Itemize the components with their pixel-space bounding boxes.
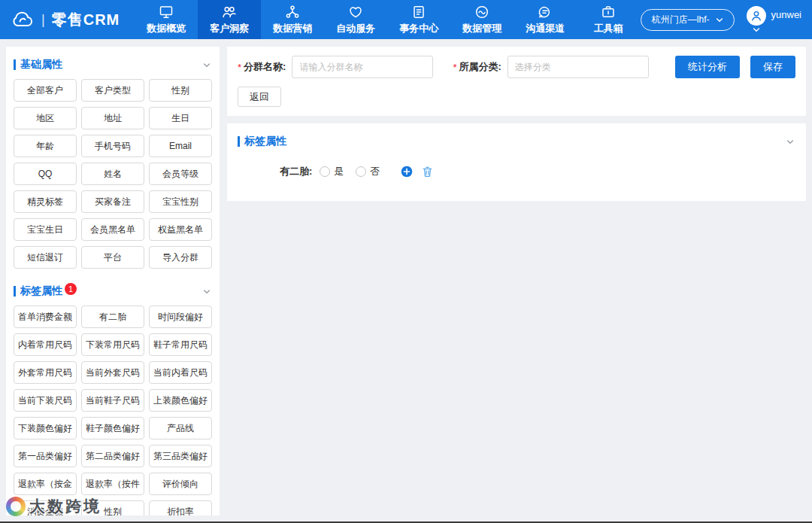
radio-yes-label: 是	[334, 165, 344, 178]
attribute-button[interactable]: 内着常用尺码	[14, 333, 77, 356]
required-asterisk: *	[238, 62, 241, 73]
section-title: 标签属性	[20, 284, 62, 298]
user-menu[interactable]: yunwei	[747, 6, 801, 33]
user-avatar-block	[747, 6, 766, 33]
attribute-button[interactable]: 下装常用尺码	[81, 333, 144, 356]
attribute-button[interactable]: 当前外套尺码	[81, 361, 144, 384]
attribute-button[interactable]: 当前鞋子尺码	[81, 389, 144, 412]
collapse-chevron-icon[interactable]	[786, 138, 794, 145]
nav-item-label: 数据营销	[273, 22, 312, 35]
nav-item-label: 数据管理	[462, 22, 501, 35]
attribute-button[interactable]: 宝宝性别	[149, 190, 212, 213]
pulse-icon	[474, 5, 489, 20]
nav-item-communication-channel[interactable]: 沟通渠道	[514, 0, 577, 39]
attribute-button[interactable]: 当前内着尺码	[149, 361, 212, 384]
attribute-button[interactable]: 会员等级	[149, 163, 212, 185]
category-label: 所属分类:	[459, 60, 501, 74]
attribute-button[interactable]: 买家备注	[81, 190, 144, 213]
attribute-button[interactable]: 生日	[149, 107, 212, 129]
briefcase-icon	[601, 5, 616, 20]
attribute-button[interactable]: 退款率（按件	[81, 473, 144, 495]
attribute-button[interactable]: 手机号码	[81, 135, 144, 157]
add-condition-icon[interactable]	[401, 166, 413, 178]
attribute-button[interactable]: 第一品类偏好	[14, 445, 77, 467]
attribute-button[interactable]: 第三品类偏好	[149, 445, 212, 467]
attribute-button[interactable]: QQ	[14, 163, 77, 185]
section-badge: 1	[65, 283, 77, 295]
nav-item-data-overview[interactable]: 数据概览	[135, 0, 198, 39]
store-selector-label: 杭州门店—lhf-	[652, 14, 710, 26]
attribute-button[interactable]: 平台	[81, 246, 144, 269]
nav-item-data-marketing[interactable]: 数据营销	[261, 0, 324, 39]
nav-item-auto-service[interactable]: 自动服务	[324, 0, 387, 39]
section-title: 基础属性	[20, 58, 62, 71]
category-select[interactable]	[508, 56, 649, 78]
attribute-button[interactable]: 全部客户	[14, 79, 77, 102]
nav-item-customer-insight[interactable]: 客户洞察	[198, 0, 261, 39]
attribute-button[interactable]: 会员黑名单	[81, 218, 144, 241]
section-accent-bar	[238, 136, 240, 147]
attribute-button[interactable]: 姓名	[81, 163, 144, 185]
attribute-button[interactable]: 产品线	[149, 417, 212, 439]
attribute-button[interactable]: 评价倾向	[149, 473, 212, 495]
collapse-chevron-icon[interactable]	[203, 288, 211, 295]
section-accent-bar	[14, 59, 16, 70]
attribute-button[interactable]: 精灵标签	[14, 190, 77, 213]
nav-item-label: 客户洞察	[210, 22, 249, 35]
attribute-button[interactable]: 客户类型	[81, 79, 144, 102]
nav-item-label: 自动服务	[336, 22, 375, 35]
attribute-button[interactable]: 下装颜色偏好	[14, 417, 77, 439]
store-selector[interactable]: 杭州门店—lhf-	[641, 9, 735, 31]
attribute-button[interactable]: 时间段偏好	[149, 306, 212, 328]
username: yunwei	[771, 9, 801, 20]
attribute-button[interactable]: 当前下装尺码	[14, 389, 77, 412]
attribute-button[interactable]: 鞋子常用尺码	[149, 333, 212, 356]
radio-no-label: 否	[370, 165, 380, 178]
attribute-button[interactable]: 年龄	[14, 135, 77, 157]
attribute-button[interactable]: 鞋子颜色偏好	[81, 417, 144, 439]
top-nav-bar: | 零售CRM 数据概览客户洞察数据营销自动服务事务中心数据管理沟通渠道工具箱 …	[0, 0, 812, 39]
attribute-button[interactable]: 权益黑名单	[149, 218, 212, 241]
attribute-button[interactable]: 地址	[81, 107, 144, 129]
brand: | 零售CRM	[0, 0, 135, 39]
back-button[interactable]: 返回	[238, 87, 281, 107]
attribute-button[interactable]: 第二品类偏好	[81, 445, 144, 467]
brand-divider: |	[41, 12, 45, 28]
chevron-down-icon	[753, 26, 760, 33]
segment-form-card: * 分群名称: * 所属分类: 统计分析 保存 返回	[227, 47, 806, 116]
attribute-button[interactable]: 折扣率	[149, 500, 212, 515]
radio-option-yes[interactable]: 是	[320, 165, 344, 178]
heart-icon	[348, 5, 363, 20]
attribute-button[interactable]: 性别	[81, 500, 144, 515]
attribute-button[interactable]: 有二胎	[81, 306, 144, 328]
group-name-input[interactable]	[292, 56, 433, 78]
attribute-button[interactable]: 外套常用尺码	[14, 361, 77, 384]
attribute-grid-tag-attributes: 首单消费金额有二胎时间段偏好内着常用尺码下装常用尺码鞋子常用尺码外套常用尺码当前…	[12, 304, 214, 515]
monitor-icon	[159, 5, 174, 20]
attribute-button[interactable]: 退款率（按金	[14, 473, 77, 495]
nav-item-transaction-center[interactable]: 事务中心	[387, 0, 450, 39]
nav-item-label: 工具箱	[594, 22, 623, 35]
share-icon	[285, 5, 300, 20]
attribute-button[interactable]: 上装颜色偏好	[149, 389, 212, 412]
twins-field-label: 有二胎:	[280, 165, 312, 178]
collapse-chevron-icon[interactable]	[203, 62, 211, 68]
nav-item-label: 沟通渠道	[526, 22, 565, 35]
attribute-button[interactable]: 短信退订	[14, 246, 77, 269]
attribute-button[interactable]: 地区	[14, 107, 77, 129]
attribute-button[interactable]: 消费金额	[14, 500, 77, 515]
nav-item-toolbox[interactable]: 工具箱	[577, 0, 640, 39]
nav-item-data-management[interactable]: 数据管理	[450, 0, 514, 39]
radio-circle	[356, 166, 366, 177]
topbar-right: 杭州门店—lhf- yunwei	[641, 0, 812, 39]
attribute-button[interactable]: Email	[149, 135, 212, 157]
chat-icon	[538, 5, 553, 20]
save-button[interactable]: 保存	[750, 56, 795, 78]
delete-condition-icon[interactable]	[422, 166, 433, 178]
stats-analysis-button[interactable]: 统计分析	[675, 56, 740, 78]
attribute-button[interactable]: 首单消费金额	[14, 306, 77, 328]
radio-option-no[interactable]: 否	[356, 165, 380, 178]
attribute-button[interactable]: 宝宝生日	[14, 218, 77, 241]
attribute-button[interactable]: 导入分群	[149, 246, 212, 269]
attribute-button[interactable]: 性别	[149, 79, 212, 102]
